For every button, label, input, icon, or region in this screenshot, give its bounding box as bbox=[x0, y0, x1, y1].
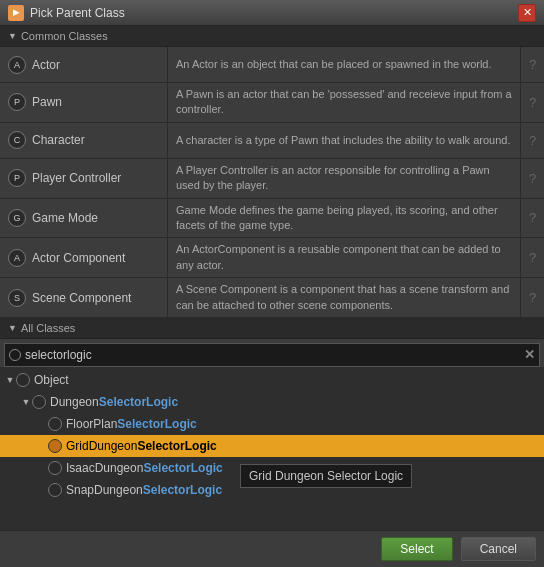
tree-item-label: IsaacDungeonSelectorLogic bbox=[66, 461, 223, 475]
node-icon bbox=[48, 461, 62, 475]
class-name-cell: C Character bbox=[0, 123, 168, 158]
class-description: A Scene Component is a component that ha… bbox=[168, 278, 520, 317]
all-classes-section: ✕ ▼ Object ▼ DungeonSelectorLogic FloorP… bbox=[0, 339, 544, 530]
class-description: An Actor is an object that can be placed… bbox=[168, 47, 520, 82]
tree-item[interactable]: IsaacDungeonSelectorLogic bbox=[0, 457, 544, 479]
tree-item-label: SnapDungeonSelectorLogic bbox=[66, 483, 222, 497]
class-tree-list[interactable]: ▼ Object ▼ DungeonSelectorLogic FloorPla… bbox=[0, 367, 544, 530]
class-row[interactable]: A Actor Component An ActorComponent is a… bbox=[0, 238, 544, 278]
class-name-cell: P Player Controller bbox=[0, 159, 168, 198]
class-name-cell: A Actor bbox=[0, 47, 168, 82]
class-name: Pawn bbox=[32, 95, 62, 109]
select-button[interactable]: Select bbox=[381, 537, 452, 561]
class-name-cell: P Pawn bbox=[0, 83, 168, 122]
expand-arrow-common: ▼ bbox=[8, 31, 17, 41]
class-icon: A bbox=[8, 249, 26, 267]
class-name: Scene Component bbox=[32, 291, 131, 305]
class-icon: P bbox=[8, 93, 26, 111]
help-icon: ? bbox=[520, 199, 544, 238]
help-icon: ? bbox=[520, 83, 544, 122]
common-classes-header: ▼ Common Classes bbox=[0, 26, 544, 47]
class-row[interactable]: S Scene Component A Scene Component is a… bbox=[0, 278, 544, 318]
node-icon bbox=[48, 417, 62, 431]
class-row[interactable]: C Character A character is a type of Paw… bbox=[0, 123, 544, 159]
class-description: A Pawn is an actor that can be 'possesse… bbox=[168, 83, 520, 122]
class-name-cell: G Game Mode bbox=[0, 199, 168, 238]
search-bar: ✕ bbox=[4, 343, 540, 367]
class-row[interactable]: G Game Mode Game Mode defines the game b… bbox=[0, 199, 544, 239]
class-icon: G bbox=[8, 209, 26, 227]
class-row[interactable]: P Player Controller A Player Controller … bbox=[0, 159, 544, 199]
help-icon: ? bbox=[520, 278, 544, 317]
expand-arrow-all: ▼ bbox=[8, 323, 17, 333]
footer: Select Cancel bbox=[0, 530, 544, 567]
expand-arrow: ▼ bbox=[4, 375, 16, 385]
class-description: Game Mode defines the game being played,… bbox=[168, 199, 520, 238]
class-description: A Player Controller is an actor responsi… bbox=[168, 159, 520, 198]
tree-item-label: GridDungeonSelectorLogic bbox=[66, 439, 217, 453]
tree-item[interactable]: SnapDungeonSelectorLogic bbox=[0, 479, 544, 501]
tree-item[interactable]: ▼ DungeonSelectorLogic bbox=[0, 391, 544, 413]
help-icon: ? bbox=[520, 47, 544, 82]
class-row[interactable]: P Pawn A Pawn is an actor that can be 'p… bbox=[0, 83, 544, 123]
class-name-cell: A Actor Component bbox=[0, 238, 168, 277]
window-title: Pick Parent Class bbox=[30, 6, 518, 20]
class-icon: S bbox=[8, 289, 26, 307]
class-icon: P bbox=[8, 169, 26, 187]
tree-item[interactable]: FloorPlanSelectorLogic bbox=[0, 413, 544, 435]
all-classes-header: ▼ All Classes bbox=[0, 318, 544, 339]
tree-item-label: DungeonSelectorLogic bbox=[50, 395, 178, 409]
search-icon bbox=[9, 349, 21, 361]
class-description: A character is a type of Pawn that inclu… bbox=[168, 123, 520, 158]
help-icon: ? bbox=[520, 159, 544, 198]
search-input[interactable] bbox=[25, 348, 520, 362]
node-icon bbox=[48, 439, 62, 453]
class-row[interactable]: A Actor An Actor is an object that can b… bbox=[0, 47, 544, 83]
class-name: Actor bbox=[32, 58, 60, 72]
tree-item-label: FloorPlanSelectorLogic bbox=[66, 417, 197, 431]
node-icon bbox=[32, 395, 46, 409]
expand-arrow: ▼ bbox=[20, 397, 32, 407]
class-name: Actor Component bbox=[32, 251, 125, 265]
tree-item[interactable]: GridDungeonSelectorLogic bbox=[0, 435, 544, 457]
tree-item[interactable]: ▼ Object bbox=[0, 369, 544, 391]
class-name: Player Controller bbox=[32, 171, 121, 185]
title-bar: ▶ Pick Parent Class ✕ bbox=[0, 0, 544, 26]
app-icon: ▶ bbox=[8, 5, 24, 21]
help-icon: ? bbox=[520, 238, 544, 277]
class-name-cell: S Scene Component bbox=[0, 278, 168, 317]
class-icon: C bbox=[8, 131, 26, 149]
common-classes-list: A Actor An Actor is an object that can b… bbox=[0, 47, 544, 318]
tree-item-label: Object bbox=[34, 373, 69, 387]
search-clear-button[interactable]: ✕ bbox=[524, 347, 535, 362]
node-icon bbox=[48, 483, 62, 497]
node-icon bbox=[16, 373, 30, 387]
help-icon: ? bbox=[520, 123, 544, 158]
cancel-button[interactable]: Cancel bbox=[461, 537, 536, 561]
class-name: Character bbox=[32, 133, 85, 147]
main-container: ▼ Common Classes A Actor An Actor is an … bbox=[0, 26, 544, 567]
close-button[interactable]: ✕ bbox=[518, 4, 536, 22]
class-name: Game Mode bbox=[32, 211, 98, 225]
class-icon: A bbox=[8, 56, 26, 74]
class-description: An ActorComponent is a reusable componen… bbox=[168, 238, 520, 277]
